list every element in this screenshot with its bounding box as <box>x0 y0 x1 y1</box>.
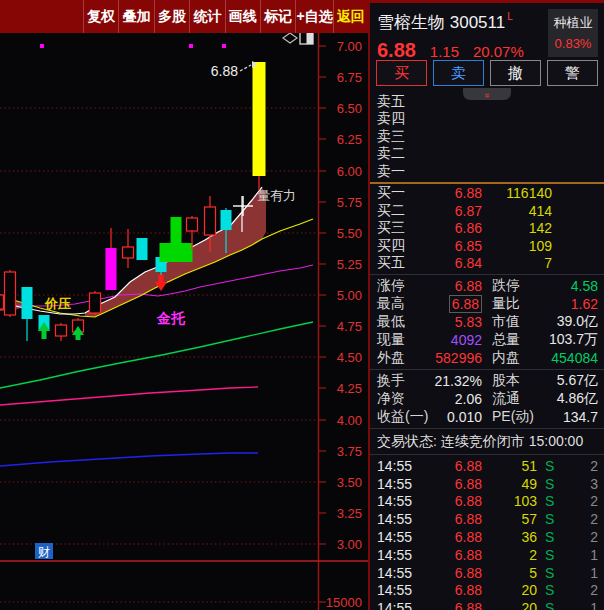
stat-label: 流通 <box>492 390 542 408</box>
ask-levels: 卖五卖四卖三卖二卖一 <box>370 93 604 181</box>
signal-dots <box>40 44 226 48</box>
toolbar-item-6[interactable]: 标记 <box>261 0 296 33</box>
svg-text:6.25: 6.25 <box>337 132 362 147</box>
stat-label: 市值 <box>492 313 542 331</box>
bid-level-row[interactable]: 买四6.85109 <box>370 237 604 255</box>
trade-row: 14:556.8836S2 <box>370 528 604 546</box>
level-label: 买四 <box>377 237 417 255</box>
stat-value: 4.58 <box>542 278 598 294</box>
stat-value: 1.62 <box>542 296 598 312</box>
trade-side: S <box>545 547 565 563</box>
trade-row: 14:556.885S1 <box>370 564 604 582</box>
level-price: 6.85 <box>417 238 482 254</box>
toolbar-item-1[interactable]: 复权 <box>84 0 119 33</box>
trade-row: 14:556.882S1 <box>370 546 604 564</box>
stat-value: 582996 <box>429 350 482 366</box>
stat-label: 股本 <box>492 372 542 390</box>
bid-level-row[interactable]: 买二6.87414 <box>370 202 604 220</box>
trade-volume: 57 <box>482 511 537 527</box>
toolbar-item-3[interactable]: 多股 <box>155 0 190 33</box>
stat-label: 涨停 <box>377 277 429 295</box>
bid-levels: 买一6.88116140买二6.87414买三6.86142买四6.85109买… <box>370 185 604 273</box>
sell-button[interactable]: 卖 <box>433 60 484 86</box>
trade-count: 2 <box>565 582 598 598</box>
stats-block-1: 涨停6.88跌停4.58最高6.88量比1.62最低5.83市值39.0亿现量4… <box>370 277 604 367</box>
price-change-pct: 20.07% <box>473 43 524 60</box>
ask-level-row[interactable]: 卖一 <box>370 163 604 181</box>
collapse-tab[interactable]: » <box>463 88 511 100</box>
level-price: 6.84 <box>417 255 482 271</box>
svg-text:5.25: 5.25 <box>337 257 362 272</box>
toolbar-item-8[interactable]: 返回 <box>334 0 368 33</box>
stat-value: 454084 <box>542 350 598 366</box>
svg-text:6.75: 6.75 <box>337 70 362 85</box>
bid-level-row[interactable]: 买三6.86142 <box>370 220 604 238</box>
level-label: 卖三 <box>377 128 417 146</box>
stock-name-text: 雪榕生物 <box>377 13 445 32</box>
toolbar-item-2[interactable]: 叠加 <box>119 0 154 33</box>
sector-box[interactable]: 种植业 0.83% <box>548 9 598 57</box>
stats-block-2: 换手21.32%股本5.67亿净资2.06流通4.86亿收益(一)0.010PE… <box>370 372 604 426</box>
candlestick-chart[interactable]: 7.006.756.506.256.005.755.505.255.004.75… <box>0 33 368 610</box>
section-separator <box>370 428 604 429</box>
chart-toolbar: 复权叠加多股统计画线标记+自选返回 <box>0 0 368 33</box>
sector-change-pct: 0.83% <box>548 36 598 51</box>
indicator-badge[interactable]: 财 <box>35 543 53 559</box>
trade-price: 6.88 <box>419 493 482 509</box>
trade-time: 14:55 <box>377 511 419 527</box>
pointer-dash <box>240 65 251 71</box>
trade-volume: 103 <box>482 493 537 509</box>
trade-time: 14:55 <box>377 582 419 598</box>
trade-time: 14:55 <box>377 493 419 509</box>
bid-level-row[interactable]: 买五6.847 <box>370 255 604 273</box>
stat-label: 换手 <box>377 372 429 390</box>
trade-side: S <box>545 565 565 581</box>
ask-level-row[interactable]: 卖三 <box>370 128 604 146</box>
trade-count: 2 <box>565 511 598 527</box>
level-price: 6.88 <box>417 185 482 201</box>
price-change: 1.15 <box>430 43 459 60</box>
bid-level-row[interactable]: 买一6.88116140 <box>370 185 604 203</box>
ask-level-row[interactable]: 卖四 <box>370 111 604 129</box>
trade-row: 14:556.8849S3 <box>370 475 604 493</box>
trade-count: 3 <box>565 476 598 492</box>
trade-price: 6.88 <box>419 565 482 581</box>
cancel-button[interactable]: 撤 <box>490 60 541 86</box>
svg-text:3.25: 3.25 <box>337 506 362 521</box>
level-price: 6.87 <box>417 203 482 219</box>
stat-value: 4092 <box>429 332 482 348</box>
trading-status: 交易状态: 连续竞价闭市 15:00:00 <box>370 431 604 452</box>
level-volume: 414 <box>482 203 552 219</box>
diamond-icon <box>283 33 297 43</box>
section-separator <box>370 274 604 275</box>
toolbar-item-4[interactable]: 统计 <box>190 0 225 33</box>
svg-text:6.50: 6.50 <box>337 101 362 116</box>
trade-count: 1 <box>565 565 598 581</box>
stat-value: 4.86亿 <box>542 390 598 408</box>
trade-volume: 5 <box>482 565 537 581</box>
stat-value: 2.06 <box>429 391 482 407</box>
buy-button[interactable]: 买 <box>376 60 427 86</box>
svg-text:5.50: 5.50 <box>337 226 362 241</box>
svg-text:15000: 15000 <box>326 595 362 610</box>
trade-volume: 51 <box>482 458 537 474</box>
trade-volume: 36 <box>482 529 537 545</box>
trade-side: S <box>545 582 565 598</box>
level-label: 买二 <box>377 202 417 220</box>
stat-row: 最低5.83市值39.0亿 <box>370 313 604 331</box>
tick-trade-list: 14:556.8851S214:556.8849S314:556.88103S2… <box>370 457 604 610</box>
svg-text:4.75: 4.75 <box>337 319 362 334</box>
stat-label: 量比 <box>492 295 542 313</box>
chart-corner-icons[interactable] <box>283 33 313 44</box>
alert-button[interactable]: 警 <box>547 60 598 86</box>
trade-time: 14:55 <box>377 458 419 474</box>
trade-count: 2 <box>565 493 598 509</box>
level-volume: 7 <box>482 255 552 271</box>
stat-label: 跌停 <box>492 277 542 295</box>
toolbar-item-5[interactable]: 画线 <box>226 0 261 33</box>
sector-name: 种植业 <box>548 14 598 32</box>
chevron-down-icon: » <box>482 92 491 95</box>
trade-price: 6.88 <box>419 529 482 545</box>
toolbar-item-7[interactable]: +自选 <box>296 0 333 33</box>
ask-level-row[interactable]: 卖二 <box>370 146 604 164</box>
